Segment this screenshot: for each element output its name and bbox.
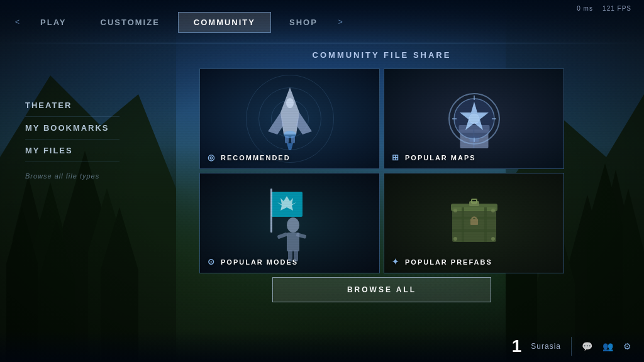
card-popular-maps[interactable]: ⊞ POPULAR MAPS: [384, 69, 564, 169]
card-prefabs-label: ✦ POPULAR PREFABS: [392, 257, 492, 266]
card-recommended-text: RECOMMENDED: [221, 154, 291, 162]
nav-tabs: < PLAY CUSTOMIZE COMMUNITY SHOP >: [13, 12, 345, 33]
svg-marker-15: [280, 87, 299, 134]
sidebar-item-bookmarks[interactable]: MY BOOKMARKS: [25, 117, 119, 140]
svg-rect-21: [291, 136, 295, 143]
sidebar-hint: Browse all file types: [25, 172, 119, 180]
hud-right: 1 Surasia 💬 👥 ⚙: [512, 336, 631, 356]
browse-all-button[interactable]: BROWSE ALL: [272, 277, 491, 302]
prefabs-icon: ✦: [392, 257, 400, 266]
hud-ms: 0 ms: [577, 5, 593, 12]
sidebar-item-files[interactable]: MY FILES: [25, 140, 119, 162]
hud-fps: 121 FPS: [602, 5, 631, 12]
sidebar: THEATER MY BOOKMARKS MY FILES Browse all…: [0, 44, 138, 331]
nav-bracket-left: <: [13, 18, 22, 26]
bottom-hud: 1 Surasia 💬 👥 ⚙: [0, 331, 644, 362]
svg-rect-20: [285, 136, 289, 143]
modes-icon: ⊙: [208, 257, 216, 266]
tab-community[interactable]: COMMUNITY: [178, 12, 271, 33]
hud-divider: [571, 337, 572, 356]
hud-chat-icon[interactable]: 💬: [582, 341, 592, 351]
header: < PLAY CUSTOMIZE COMMUNITY SHOP > 0 ms 1…: [0, 0, 644, 44]
main-content: THEATER MY BOOKMARKS MY FILES Browse all…: [0, 44, 644, 331]
tab-play[interactable]: PLAY: [25, 12, 82, 33]
nav-bracket-right: >: [336, 18, 345, 26]
hud-party-icon[interactable]: 👥: [602, 341, 613, 351]
svg-rect-37: [270, 189, 272, 233]
svg-point-38: [287, 217, 299, 233]
tab-customize[interactable]: CUSTOMIZE: [85, 12, 175, 33]
svg-rect-47: [452, 229, 496, 232]
section-title: COMMUNITY FILE SHARE: [313, 50, 452, 60]
card-maps-label: ⊞ POPULAR MAPS: [392, 153, 476, 162]
grid-container: ◎ RECOMMENDED: [199, 69, 564, 273]
svg-rect-56: [470, 219, 478, 225]
hud-region: Surasia: [531, 342, 561, 351]
card-prefabs-text: POPULAR PREFABS: [405, 258, 492, 266]
svg-point-26: [469, 114, 479, 124]
card-recommended[interactable]: ◎ RECOMMENDED: [199, 69, 380, 169]
svg-rect-48: [462, 207, 464, 242]
hud-settings-icon[interactable]: ⚙: [623, 341, 631, 351]
hud-info: 0 ms 121 FPS: [577, 5, 631, 12]
maps-icon: ⊞: [392, 153, 400, 162]
card-popular-prefabs[interactable]: ✦ POPULAR PREFABS: [384, 173, 564, 273]
svg-point-54: [453, 237, 457, 241]
svg-rect-49: [484, 207, 487, 242]
content-area: COMMUNITY FILE SHARE: [138, 44, 644, 331]
browse-all-container: BROWSE ALL: [199, 277, 564, 302]
svg-point-53: [491, 209, 495, 212]
hud-player-number: 1: [512, 336, 521, 356]
svg-point-55: [491, 237, 495, 241]
card-recommended-label: ◎ RECOMMENDED: [208, 153, 291, 162]
svg-rect-43: [294, 250, 298, 261]
sidebar-item-theater[interactable]: THEATER: [25, 94, 119, 117]
card-maps-text: POPULAR MAPS: [405, 154, 476, 162]
svg-point-19: [286, 98, 294, 108]
svg-marker-16: [268, 112, 284, 134]
tab-shop[interactable]: SHOP: [274, 12, 333, 33]
svg-rect-42: [288, 250, 292, 261]
svg-marker-22: [287, 143, 293, 150]
recommended-icon: ◎: [208, 153, 216, 162]
svg-rect-40: [277, 232, 287, 239]
svg-marker-17: [296, 112, 312, 134]
top-line-divider: [0, 43, 644, 43]
card-popular-modes[interactable]: ⊙ POPULAR MODES: [199, 173, 380, 273]
svg-point-52: [453, 209, 457, 212]
